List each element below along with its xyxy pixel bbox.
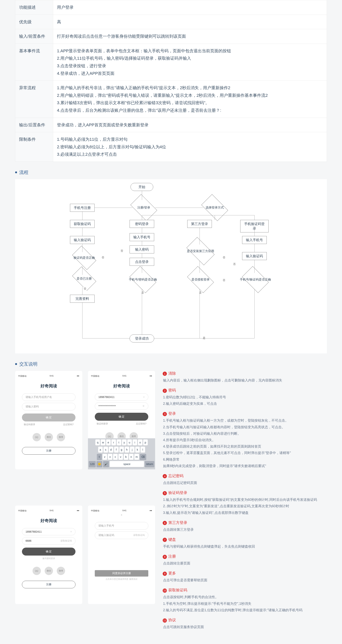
note-title: 密码 [168,388,176,392]
social-qq[interactable]: QQ [32,433,41,441]
node-input-phone2: 输入手机号 [242,236,267,244]
bullet-icon [15,363,17,365]
node-success: 登录成功 [130,334,154,342]
social-wechat[interactable]: 微信 [45,433,53,441]
spec-value: 打开好奇阅读后点击任意一个游客身份功能受限键则可以跳转到该页面 [53,29,327,44]
flowchart: 开始 注册/登录 手机号注册 获取验证码 输入验证码 验证码是否正确 是否已注册… [15,179,327,354]
keyboard[interactable]: qwertyuiop asdfghjkl ⇧zxcvbnm⌫ 123😊🎤spac… [88,438,155,469]
social-qq[interactable]: QQ [32,567,41,575]
edge-no: 否 [233,262,236,266]
sms-login-link[interactable]: 验证码登录 [97,422,108,426]
code-input[interactable]: 6686 获取验证码 [22,537,75,544]
note-item: 6第三方登录点击跳转第三方登录 [163,520,327,533]
note-title: 注册 [168,554,176,558]
forgot-link[interactable]: 忘记密码? [136,422,146,426]
node-pwd-ok: 手机号/密码是否正确 [129,266,156,293]
forgot-link[interactable]: 忘记密码? [63,423,74,426]
note-item: 9更多点击可弹出是否需要帮助页面 [163,571,327,584]
get-code-link[interactable]: 获取验证码 [60,539,72,542]
note-item: 1清除输入内容后，输入框右侧出现删除图标，点击可删除输入内容，无内容图标消失 [163,371,327,384]
edge-no: 否 [222,278,226,282]
note-title: 键盘 [168,537,176,542]
section-interaction-header: 交互说明 [15,361,327,367]
note-item: 4忘记密码点击跳转忘记密码页面 [163,473,327,486]
node-input-phone: 输入手机号 [130,233,154,241]
phone-input[interactable]: 请输入手机号 [95,522,148,530]
note-title: 协议 [168,618,176,622]
app-title: 好奇阅读 [18,383,79,389]
note-body: 1.输入的手机号符合规则时,按钮"获取验证码"的文案变为60秒的倒计时,同时后台… [163,496,327,516]
node-fill-info: 完善资料 [70,295,95,303]
clear-icon[interactable]: × [70,530,72,533]
node-code-ok: 验证码是否正确 [72,246,96,270]
confirm-button[interactable]: 确 定 [22,414,75,422]
note-number-badge: 5 [163,491,167,495]
register-button[interactable]: 注册 [22,581,75,588]
sms-login-link[interactable]: 验证码登录 [24,423,35,426]
node-input-code: 输入验证码 [70,236,95,244]
note-item: 8注册点击跳转注册页面 [163,554,327,566]
note-title: 清除 [168,371,176,376]
edge-no: 否 [83,287,87,290]
register-button[interactable]: 注册 [22,447,75,454]
edge-yes: 是 [141,291,144,294]
node-third-installed: 是否安装第三方应用 [186,237,214,265]
note-number-badge: 7 [163,538,167,542]
mock-register: 中国移动9:41●● < 请输入手机号 请输入验证码 获取验证码 同意协议并注册… [88,506,155,604]
eye-icon[interactable]: 👁 [143,405,145,408]
node-start: 开始 [131,183,153,191]
password-input[interactable]: 请输入密码 [22,403,75,410]
password-input[interactable]: ***************** 👁 [95,402,148,410]
get-code-link[interactable]: 获取验证码 [133,534,145,537]
note-title: 忘记密码 [168,474,183,478]
note-body: 点击跳转第三方登录 [163,526,327,533]
mock-login-filled: 中国移动9:41●● 好奇阅读 18987682411 × **********… [88,371,155,469]
node-phone-reg: 手机号注册 [70,204,95,212]
account-pwd-login-link[interactable]: 账号密码登录 [18,557,79,560]
code-input[interactable]: 请输入验证码 获取验证码 [95,532,148,539]
terms-hint[interactable]: 点击表示您已阅读并同意 服务协议 [91,578,152,580]
social-weibo[interactable]: 微博 [57,567,65,575]
node-third-auth: 是否授权登录 [187,266,214,293]
note-number-badge: 8 [163,555,167,559]
note-item: 5验证码登录1.输入的手机号符合规则时,按钮"获取验证码"的文案变为60秒的倒计… [163,490,327,516]
note-number-badge: 4 [163,474,167,478]
app-title: 好奇阅读 [91,383,152,389]
node-pwd-login: 密码登录 [130,220,154,228]
confirm-button[interactable]: 确 定 [95,413,148,421]
node-sms-ok: 手机号/验证码是否正确 [242,266,269,293]
social-weibo[interactable]: 微博 [57,433,65,441]
phone-input[interactable]: 18987682411 × [22,528,75,535]
confirm-button[interactable]: 确 定 [22,548,75,556]
note-body: 点击该按钮时,判断手机号的合法性。 1.手机号为空时,弹出提示框提示:"手机号不… [163,594,327,613]
mock-sms-login: 中国移动9:41●● 好奇阅读 18987682411 × 6686 获取验证码… [15,506,82,604]
note-body: 1.手机号输入框与验证码输入框一方为空，或都为空时，登陆按钮灰化，不可点击。 2… [163,417,327,469]
node-input-pwd: 输入密码 [130,246,154,254]
note-item: 3登录1.手机号输入框与验证码输入框一方为空，或都为空时，登陆按钮灰化，不可点击… [163,411,327,469]
social-wechat[interactable]: 微信 [45,567,53,575]
mock-login-empty: 中国移动9:41●● 好奇阅读 请输入手机号或用户名 请输入密码 确 定 验证码… [15,371,82,469]
section-interaction-title: 交互说明 [19,361,37,367]
spec-value: 1.号码输入必须为11位，后方显示对勾 2.密码输入必须为8位以上，后方显示对勾… [53,132,327,162]
spec-value: 高 [53,14,327,29]
spec-table: 功能描述用户登录优先级高输入/前置条件打开好奇阅读后点击任意一个游客身份功能受限… [15,0,327,162]
spec-label: 基本事件流 [15,44,53,80]
node-get-code: 获取验证码 [70,220,95,228]
phone-input[interactable]: 18987682411 × [95,394,148,400]
account-input[interactable]: 请输入手机号或用户名 [22,394,75,401]
edge-no: 否 [222,256,226,259]
note-body: 点击跳转注册页面 [163,560,327,566]
section-flow-title: 流程 [19,169,28,176]
note-title: 登录 [168,412,176,416]
mockups: 中国移动9:41●● 好奇阅读 请输入手机号或用户名 请输入密码 确 定 验证码… [15,371,155,634]
spec-label: 输入/前置条件 [15,29,53,44]
spec-label: 输出/后置条件 [15,118,53,132]
spec-value: 登录成功，进入APP首页页面或登录失败重新登录 [53,118,327,132]
agree-register-button[interactable]: 同意协议并注册 [95,570,148,576]
note-item: 11协议点击可跳转至服务协议页面 [163,618,327,630]
edge-no: 否 [101,256,105,259]
clear-icon[interactable]: × [143,396,145,398]
note-number-badge: 1 [163,372,167,376]
note-number-badge: 6 [163,521,167,525]
note-number-badge: 3 [163,412,167,416]
